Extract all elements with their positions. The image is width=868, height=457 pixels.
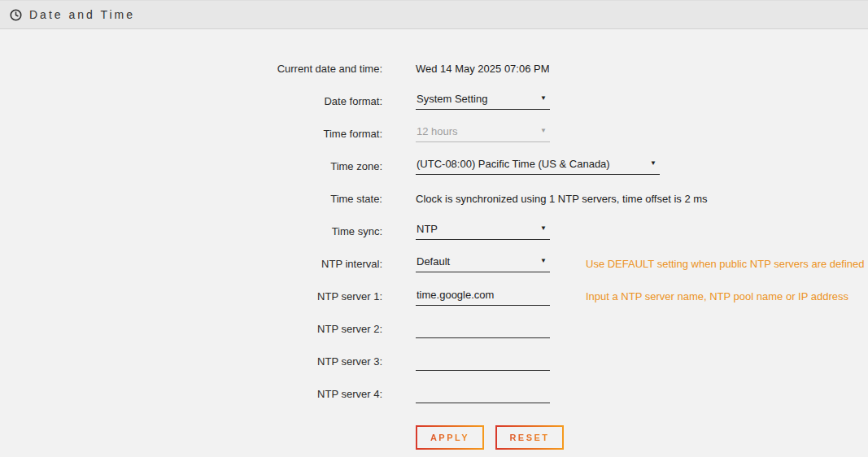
time-sync-select[interactable]: NTP ▼: [416, 223, 550, 240]
ntp-server-1-hint: Input a NTP server name, NTP pool name o…: [586, 290, 848, 302]
row-time-zone: Time zone: (UTC-08:00) Pacific Time (US …: [0, 150, 868, 182]
time-zone-label: Time zone:: [0, 160, 382, 172]
chevron-down-icon: ▼: [540, 225, 547, 232]
current-date-time-label: Current date and time:: [0, 63, 382, 75]
ntp-server-3-label: NTP server 3:: [0, 355, 382, 368]
row-current-date-time: Current date and time: Wed 14 May 2025 0…: [0, 52, 868, 85]
row-ntp-server-1: NTP server 1: Input a NTP server name, N…: [0, 280, 868, 312]
time-format-label: Time format:: [0, 128, 382, 140]
time-sync-selected-value: NTP: [417, 223, 438, 235]
row-time-format: Time format: 12 hours ▼: [0, 117, 868, 150]
page-title: Date and Time: [29, 8, 135, 21]
time-state-value: Clock is synchronized using 1 NTP server…: [416, 193, 708, 205]
ntp-server-4-input[interactable]: [416, 386, 550, 403]
time-zone-selected-value: (UTC-08:00) Pacific Time (US & Canada): [417, 158, 610, 170]
ntp-interval-select[interactable]: Default ▼: [416, 255, 550, 272]
ntp-server-4-label: NTP server 4:: [0, 388, 382, 400]
current-date-time-value: Wed 14 May 2025 07:06 PM: [416, 63, 550, 75]
ntp-interval-selected-value: Default: [417, 255, 450, 268]
panel-header: Date and Time: [0, 0, 868, 29]
row-date-format: Date format: System Setting ▼: [0, 85, 868, 117]
date-format-label: Date format:: [0, 95, 382, 107]
chevron-down-icon: ▼: [540, 258, 547, 264]
chevron-down-icon: ▼: [650, 160, 656, 167]
time-sync-label: Time sync:: [0, 225, 382, 237]
row-ntp-server-2: NTP server 2:: [0, 312, 868, 345]
date-time-form: Current date and time: Wed 14 May 2025 0…: [0, 29, 868, 454]
ntp-server-1-input[interactable]: [416, 289, 550, 306]
time-format-selected-value: 12 hours: [417, 125, 458, 137]
row-time-sync: Time sync: NTP ▼: [0, 215, 868, 247]
clock-icon: [10, 9, 22, 21]
ntp-server-2-input[interactable]: [416, 321, 550, 338]
time-format-select: 12 hours ▼: [416, 125, 550, 142]
date-format-selected-value: System Setting: [417, 93, 487, 105]
chevron-down-icon: ▼: [540, 128, 547, 134]
apply-button[interactable]: APPLY: [416, 425, 484, 450]
time-state-label: Time state:: [0, 193, 382, 205]
ntp-server-1-label: NTP server 1:: [0, 290, 382, 302]
row-ntp-server-3: NTP server 3:: [0, 345, 868, 377]
button-row: APPLY RESET: [0, 421, 868, 454]
row-ntp-interval: NTP interval: Default ▼ Use DEFAULT sett…: [0, 247, 868, 280]
ntp-server-2-label: NTP server 2:: [0, 323, 382, 335]
reset-button[interactable]: RESET: [495, 425, 564, 450]
date-format-select[interactable]: System Setting ▼: [416, 93, 550, 110]
ntp-interval-label: NTP interval:: [0, 258, 382, 270]
time-zone-select[interactable]: (UTC-08:00) Pacific Time (US & Canada) ▼: [416, 158, 660, 175]
row-time-state: Time state: Clock is synchronized using …: [0, 182, 868, 215]
ntp-server-3-input[interactable]: [416, 354, 550, 371]
ntp-interval-hint: Use DEFAULT setting when public NTP serv…: [586, 258, 865, 270]
chevron-down-icon: ▼: [540, 95, 547, 102]
row-ntp-server-4: NTP server 4:: [0, 377, 868, 410]
